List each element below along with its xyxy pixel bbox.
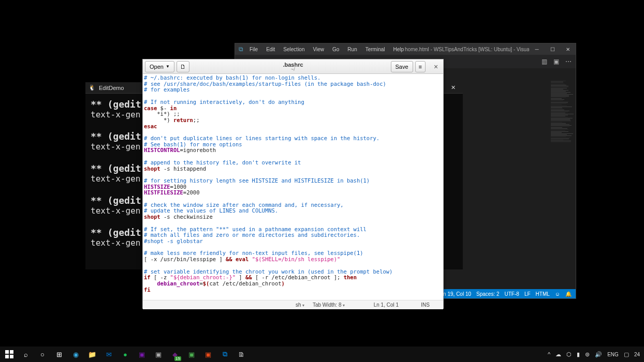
vscode-window-title: home.html - WSLTipsAndTricks [WSL: Ubunt… [405,47,529,52]
new-document-button[interactable]: 🗋 [177,61,189,72]
onedrive-icon[interactable]: ☁ [555,351,561,358]
gedit-window: Open▼ 🗋 .bashrc ~/ Save ≡ × # ~/.bashrc:… [142,59,444,309]
status-spaces[interactable]: Spaces: 2 [476,291,499,297]
visual-studio-icon[interactable]: ◆15 [167,346,183,362]
status-eol[interactable]: LF [524,291,531,297]
wifi-icon[interactable]: ⊚ [585,351,590,358]
search-icon[interactable]: ⌕ [18,346,34,362]
status-position: Ln 1, Col 1 [370,302,403,308]
status-language[interactable]: sh [291,302,309,308]
outlook-icon[interactable]: ✉ [100,346,117,362]
gedit-editor[interactable]: # ~/.bashrc: executed by bash(1) for non… [143,74,443,300]
tray-date[interactable]: 24 [634,352,640,357]
document-icon: 🗋 [180,64,186,70]
more-icon[interactable]: ⋯ [565,58,572,65]
terminal-icon[interactable]: ▣ [150,346,167,362]
svg-rect-1 [10,350,13,354]
hamburger-icon: ≡ [419,64,422,70]
gedit-title: .bashrc ~/ [283,62,303,72]
onenote-icon[interactable]: ▣ [134,346,150,362]
vscode-titlebar[interactable]: ⧉ File Edit Selection View Go Run Termin… [235,43,576,55]
split-editor-icon[interactable]: ▥ [541,58,547,65]
tray-icon[interactable]: ▮ [577,351,580,358]
close-icon[interactable]: × [431,63,441,71]
gedit-headerbar[interactable]: Open▼ 🗋 .bashrc ~/ Save ≡ × [143,59,443,74]
tray-language[interactable]: ENG [607,352,619,357]
save-button[interactable]: Save [391,61,413,72]
chevron-down-icon: ▼ [166,64,170,69]
tray-icon[interactable]: ⬡ [566,351,572,358]
terminal-title-text: EditDemo [99,85,124,91]
chevron-up-icon[interactable]: ^ [548,351,550,357]
vscode-menu: File Edit Selection View Go Run Terminal… [246,46,405,53]
hamburger-menu-button[interactable]: ≡ [415,61,426,72]
edge-icon[interactable]: ◉ [67,346,84,362]
open-button[interactable]: Open▼ [145,61,174,72]
system-tray: ^ ☁ ⬡ ▮ ⊚ 🔊 ENG ▢ 24 [548,351,643,358]
task-view-icon[interactable]: ⊞ [51,346,67,362]
cortana-icon[interactable]: ○ [34,346,51,362]
app-icon[interactable]: ▣ [200,346,216,362]
gedit-taskbar-icon[interactable]: 🗎 [233,346,250,362]
menu-run[interactable]: Run [346,46,358,53]
status-insert-mode[interactable]: INS [417,302,434,308]
file-explorer-icon[interactable]: 📁 [84,346,100,362]
menu-go[interactable]: Go [331,46,340,53]
vscode-minimap[interactable] [550,79,576,292]
close-icon[interactable]: ✕ [560,43,576,55]
status-tabwidth[interactable]: Tab Width: 8 [309,302,349,308]
app-icon[interactable]: ▣ [183,346,200,362]
menu-help[interactable]: Help [392,46,405,53]
vscode-taskbar-icon[interactable]: ⧉ [216,346,233,362]
menu-selection[interactable]: Selection [282,46,305,53]
status-language[interactable]: HTML [536,291,550,297]
feedback-icon[interactable]: ☺ [555,291,560,297]
svg-rect-0 [5,350,9,354]
maximize-icon[interactable]: ☐ [545,43,560,55]
close-icon[interactable]: ✕ [446,84,460,91]
start-button[interactable] [1,346,18,362]
windows-taskbar: ⌕ ○ ⊞ ◉ 📁 ✉ ● ▣ ▣ ◆15 ▣ ▣ ⧉ 🗎 ^ ☁ ⬡ ▮ ⊚ … [0,346,644,362]
status-encoding[interactable]: UTF-8 [505,291,519,297]
svg-rect-3 [10,355,13,358]
layout-icon[interactable]: ▣ [553,58,559,65]
spotify-icon[interactable]: ● [117,346,134,362]
menu-terminal[interactable]: Terminal [364,46,386,53]
gedit-statusbar: sh Tab Width: 8 Ln 1, Col 1 x INS [143,300,443,309]
volume-icon[interactable]: 🔊 [595,351,602,358]
bell-icon[interactable]: 🔔 [565,291,572,297]
svg-rect-2 [5,355,9,358]
status-position[interactable]: Ln 19, Col 10 [441,291,472,297]
menu-edit[interactable]: Edit [265,46,276,53]
tray-icon[interactable]: ▢ [624,351,629,358]
menu-view[interactable]: View [312,46,326,53]
tux-icon: 🐧 [89,84,96,91]
menu-file[interactable]: File [248,46,259,53]
vscode-logo-icon: ⧉ [235,46,246,53]
minimize-icon[interactable]: ─ [529,43,545,55]
